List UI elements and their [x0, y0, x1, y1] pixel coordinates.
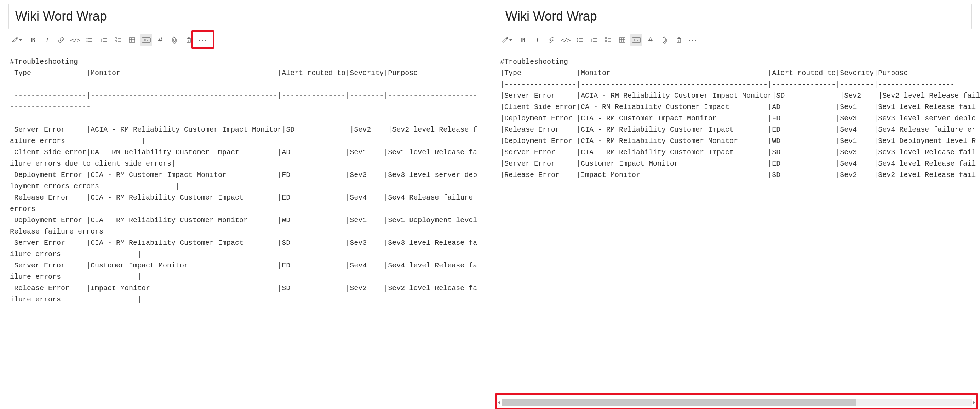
page-title-input[interactable]: Wiki Word Wrap	[499, 3, 972, 29]
table-button[interactable]	[616, 34, 628, 46]
svg-rect-16	[129, 38, 135, 43]
attach-button[interactable]	[169, 34, 180, 46]
format-dropdown[interactable]	[499, 34, 515, 46]
mention-button[interactable]: #	[644, 34, 657, 46]
svg-text:3: 3	[100, 41, 102, 43]
svg-point-4	[87, 40, 88, 41]
svg-text:s: s	[188, 39, 189, 43]
workitem-button[interactable]: s	[673, 34, 685, 46]
bold-button[interactable]: B	[27, 34, 39, 46]
format-dropdown[interactable]	[8, 34, 25, 46]
svg-text:Abc: Abc	[633, 38, 639, 42]
checklist-button[interactable]	[112, 34, 124, 46]
bullet-list-button[interactable]	[84, 34, 95, 46]
svg-rect-35	[605, 38, 607, 39]
editor-content-nowrap[interactable]: #Troubleshooting |Type |Monitor |Alert r…	[490, 50, 980, 409]
checklist-button[interactable]	[602, 34, 614, 46]
horizontal-scrollbar[interactable]	[496, 398, 977, 407]
svg-rect-36	[605, 41, 607, 42]
italic-button[interactable]: I	[531, 34, 543, 46]
word-wrap-button[interactable]: Abc	[140, 34, 152, 46]
numbered-list-button[interactable]: 123	[588, 34, 600, 46]
more-button[interactable]: ···	[687, 34, 699, 46]
editor-pane-wrap-off: Wiki Word Wrap B I </> 123	[490, 0, 980, 409]
svg-rect-13	[115, 41, 116, 42]
scroll-thumb[interactable]	[501, 399, 856, 406]
svg-point-27	[577, 40, 578, 41]
chevron-down-icon	[19, 39, 22, 41]
svg-text:s: s	[678, 39, 679, 43]
numbered-list-button[interactable]: 123	[98, 34, 110, 46]
editor-pane-wrap-on: Wiki Word Wrap B I </> 123	[0, 0, 490, 409]
toolbar: B I </> 123 Abc #	[490, 29, 980, 50]
bullet-list-button[interactable]	[574, 34, 586, 46]
workitem-button[interactable]: s	[183, 34, 195, 46]
toolbar: B I </> 123 Abc #	[0, 29, 490, 50]
codeblock-button[interactable]: </>	[560, 34, 571, 46]
word-wrap-button[interactable]: Abc	[630, 34, 642, 46]
editor-content-wrapped[interactable]: #Troubleshooting |Type |Monitor |Alert r…	[0, 50, 490, 409]
bold-button[interactable]: B	[517, 34, 529, 46]
italic-button[interactable]: I	[41, 34, 53, 46]
link-button[interactable]	[546, 34, 557, 46]
page-title-input[interactable]: Wiki Word Wrap	[8, 3, 481, 29]
svg-text:3: 3	[591, 41, 592, 43]
mention-button[interactable]: #	[154, 34, 166, 46]
svg-point-5	[87, 41, 88, 43]
link-button[interactable]	[55, 34, 67, 46]
more-button[interactable]: ···	[197, 34, 209, 46]
scroll-left-arrow[interactable]	[496, 398, 501, 407]
codeblock-button[interactable]: </>	[69, 34, 81, 46]
svg-rect-12	[115, 38, 116, 39]
table-button[interactable]	[126, 34, 138, 46]
chevron-down-icon	[509, 39, 512, 41]
wrap-badge-text: Abc	[143, 38, 149, 42]
text-cursor	[10, 331, 10, 339]
svg-rect-39	[619, 38, 625, 43]
svg-point-3	[87, 38, 88, 39]
svg-point-26	[577, 38, 578, 39]
scroll-right-arrow[interactable]	[972, 398, 977, 407]
svg-point-28	[577, 41, 578, 43]
attach-button[interactable]	[659, 34, 671, 46]
